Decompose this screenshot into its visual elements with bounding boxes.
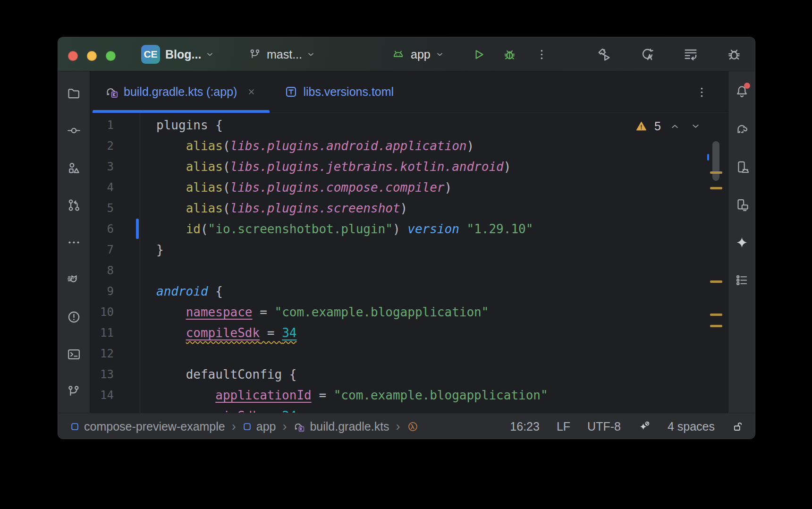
code-token — [459, 222, 467, 236]
kebab-menu-icon — [535, 48, 548, 61]
breadcrumbs: compose-preview-example›app›build.gradle… — [70, 420, 419, 433]
code-token: { — [208, 284, 223, 298]
code-editor[interactable]: 5 1plugins {2 alias(libs.plugins.android… — [90, 113, 728, 413]
chevron-down-icon — [436, 51, 443, 58]
next-problem-button[interactable] — [688, 119, 702, 133]
gutter-separator — [140, 113, 140, 413]
warning-highlight: compileSdk — [186, 326, 260, 340]
stripe-warning-mark[interactable] — [710, 171, 722, 174]
running-devices-tool-button[interactable] — [730, 193, 753, 216]
code-token: libs.plugins.jetbrains.kotlin.android — [230, 160, 504, 174]
refresh-a-icon — [639, 46, 655, 62]
commit-tool-button[interactable] — [63, 119, 85, 142]
debug-button[interactable] — [499, 44, 520, 65]
editor-tab-bar: build.gradle.kts (:app)libs.versions.tom… — [90, 71, 728, 113]
line-number: 4 — [90, 177, 114, 198]
code-line: id("io.screenshotbot.plugin") version "1… — [156, 219, 533, 239]
breadcrumb-separator: › — [281, 420, 288, 433]
gradle-tool-button[interactable] — [730, 118, 753, 140]
editor-tab[interactable]: build.gradle.kts (:app) — [93, 71, 270, 112]
line-number: 2 — [90, 136, 114, 156]
inspections-widget[interactable]: 5 — [635, 116, 702, 136]
logcat-tool-button[interactable] — [63, 268, 85, 291]
branch-widget[interactable]: mast... — [243, 44, 320, 65]
stripe-warning-mark[interactable] — [710, 187, 722, 189]
editor-tab[interactable]: libs.versions.toml — [272, 71, 406, 112]
stripe-warning-mark[interactable] — [710, 325, 722, 327]
code-token: libs.plugins.compose.compiler — [230, 180, 445, 195]
lambda-icon — [407, 421, 419, 433]
code-token: = — [260, 326, 282, 340]
version-control-tool-button[interactable] — [63, 380, 85, 403]
code-token: defaultConfig { — [186, 367, 297, 382]
more-tool-button[interactable] — [63, 231, 85, 254]
minimize-window-button[interactable] — [87, 51, 97, 61]
close-window-button[interactable] — [68, 51, 78, 61]
stripe-warning-mark[interactable] — [710, 280, 722, 283]
breadcrumb-item[interactable] — [407, 421, 419, 433]
gemini-tool-button[interactable] — [730, 231, 753, 254]
code-token: id — [186, 222, 201, 236]
code-token: "com.example.blogapplication" — [274, 305, 489, 319]
pull-requests-tool-button[interactable] — [63, 194, 85, 216]
error-stripe[interactable] — [707, 113, 728, 413]
breadcrumb-item[interactable]: app — [243, 420, 276, 433]
version-control-icon — [67, 384, 81, 399]
line-separator-widget[interactable]: LF — [557, 420, 570, 433]
device-manager-tool-button[interactable] — [730, 155, 753, 178]
project-widget[interactable]: CE Blog... — [135, 44, 219, 65]
breadcrumb-label: compose-preview-example — [84, 420, 225, 433]
code-token: version — [407, 222, 459, 236]
breadcrumb-label: app — [256, 420, 276, 433]
previous-problem-button[interactable] — [668, 119, 682, 133]
unlocked-padlock-icon[interactable] — [732, 421, 744, 433]
breadcrumb-separator: › — [395, 420, 401, 433]
code-token — [156, 222, 186, 236]
run-configuration-widget[interactable]: app — [391, 44, 443, 65]
toolbar-right — [593, 44, 744, 65]
titlebar: CE Blog... mast... app — [58, 37, 755, 71]
encoding-widget[interactable]: UTF-8 — [587, 420, 621, 433]
code-line: alias(libs.plugins.screenshot) — [156, 198, 407, 219]
profiler-button[interactable] — [724, 44, 744, 65]
problems-tool-button[interactable] — [63, 305, 85, 328]
running-devices-icon — [735, 197, 749, 212]
sync-button[interactable] — [637, 44, 658, 65]
pull-requests-icon — [67, 198, 81, 212]
caret-position-widget[interactable]: 16:23 — [510, 420, 540, 433]
gradle-file-icon — [293, 421, 305, 433]
module-icon — [70, 422, 79, 431]
resource-manager-tool-button[interactable] — [63, 156, 85, 179]
tab-options-button[interactable] — [691, 82, 712, 102]
code-line: alias(libs.plugins.android.application) — [156, 136, 474, 156]
line-number: 13 — [90, 364, 114, 385]
build-analyzer-button[interactable] — [680, 44, 701, 65]
hammer-run-icon — [596, 46, 612, 62]
code-line: compileSdk = 34 — [156, 322, 296, 343]
structure-tool-button[interactable] — [730, 269, 753, 291]
terminal-tool-button[interactable] — [63, 343, 85, 365]
list-sync-icon — [683, 46, 699, 62]
breadcrumb-item[interactable]: build.gradle.kts — [293, 420, 389, 433]
scrollbar-thumb[interactable] — [712, 141, 719, 181]
folder-tool-button[interactable] — [63, 82, 85, 104]
gradle-file-icon — [105, 85, 118, 99]
chevron-up-icon — [671, 122, 679, 130]
stripe-warning-mark[interactable] — [710, 314, 722, 316]
close-tab-button[interactable] — [245, 86, 257, 98]
breadcrumb-item[interactable]: compose-preview-example — [70, 420, 225, 433]
ai-assistant-disabled-icon[interactable] — [638, 420, 651, 433]
code-line: } — [156, 239, 164, 260]
build-button[interactable] — [593, 44, 614, 65]
notifications-tool-button[interactable] — [730, 80, 753, 102]
run-button[interactable] — [468, 44, 489, 65]
branch-name: mast... — [267, 48, 302, 61]
more-run-options-button[interactable] — [531, 44, 552, 65]
line-number: 6 — [90, 219, 114, 239]
code-token: alias — [186, 160, 223, 174]
indent-widget[interactable]: 4 spaces — [668, 420, 715, 433]
zoom-window-button[interactable] — [106, 51, 116, 61]
toml-icon — [284, 85, 298, 99]
code-token — [156, 409, 215, 413]
code-token: compileSdk — [186, 326, 260, 340]
